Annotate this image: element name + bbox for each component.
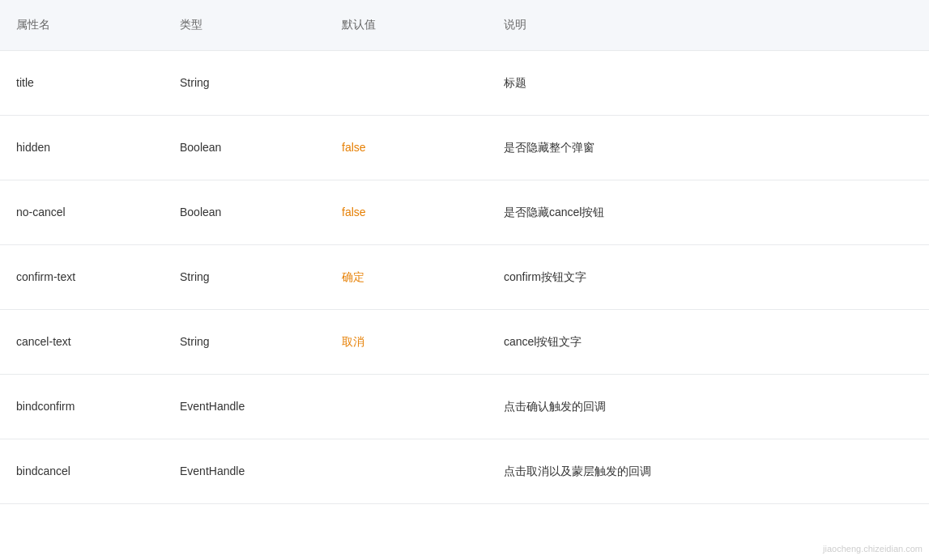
cell-name: confirm-text [0, 252, 164, 302]
cell-default: false [326, 122, 488, 172]
cell-name: cancel-text [0, 316, 164, 367]
table-row: bindcancel EventHandle 点击取消以及蒙层触发的回调 [0, 439, 929, 504]
cell-default [326, 67, 488, 100]
table-row: no-cancel Boolean false 是否隐藏cancel按钮 [0, 180, 929, 245]
header-default: 默认值 [326, 10, 488, 40]
cell-name: no-cancel [0, 187, 164, 237]
header-name: 属性名 [0, 10, 164, 40]
cell-default [326, 456, 488, 488]
table-row: hidden Boolean false 是否隐藏整个弹窗 [0, 116, 929, 180]
table-body: title String 标题 hidden Boolean false 是否隐… [0, 51, 929, 504]
cell-type: Boolean [164, 122, 326, 172]
cell-name: title [0, 57, 164, 108]
header-type: 类型 [164, 10, 326, 40]
properties-table: 属性名 类型 默认值 说明 title String 标题 hidden Boo… [0, 0, 929, 560]
cell-desc: cancel按钮文字 [488, 316, 929, 367]
table-row: bindconfirm EventHandle 点击确认触发的回调 [0, 375, 929, 439]
cell-default: false [326, 187, 488, 237]
cell-type: Boolean [164, 187, 326, 237]
cell-default: 取消 [326, 316, 488, 367]
cell-name: hidden [0, 122, 164, 172]
cell-type: EventHandle [164, 446, 326, 496]
table-row: title String 标题 [0, 51, 929, 116]
cell-desc: 是否隐藏整个弹窗 [488, 122, 929, 172]
cell-type: String [164, 252, 326, 302]
cell-desc: 标题 [488, 57, 929, 108]
table-row: cancel-text String 取消 cancel按钮文字 [0, 310, 929, 375]
cell-default: 确定 [326, 252, 488, 302]
cell-name: bindcancel [0, 446, 164, 496]
table-row: confirm-text String 确定 confirm按钮文字 [0, 245, 929, 310]
cell-desc: confirm按钮文字 [488, 252, 929, 302]
cell-desc: 点击取消以及蒙层触发的回调 [488, 446, 929, 496]
table-header: 属性名 类型 默认值 说明 [0, 0, 929, 51]
cell-type: String [164, 316, 326, 367]
cell-default [326, 391, 488, 423]
cell-type: String [164, 57, 326, 108]
cell-desc: 是否隐藏cancel按钮 [488, 187, 929, 237]
cell-type: EventHandle [164, 381, 326, 431]
cell-desc: 点击确认触发的回调 [488, 381, 929, 431]
watermark-text: jiaocheng.chizeidian.com [823, 544, 923, 554]
cell-name: bindconfirm [0, 381, 164, 431]
header-desc: 说明 [488, 10, 929, 40]
